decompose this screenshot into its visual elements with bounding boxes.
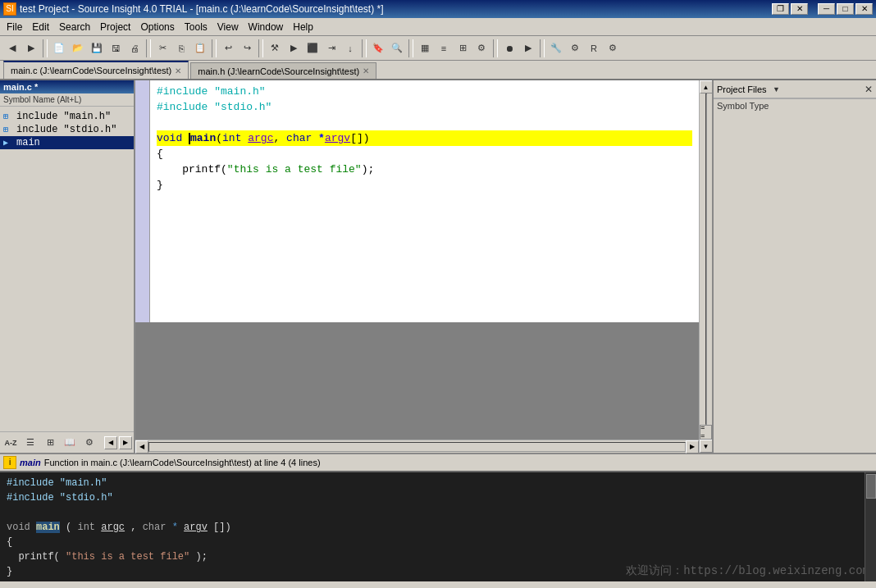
tb-build[interactable]: ⚒ [266, 39, 284, 57]
preview-line-3 [7, 505, 869, 520]
right-panel-dropdown[interactable]: ▼ [770, 83, 783, 96]
view-list-button[interactable]: ☰ [21, 434, 39, 452]
preview-line-4: void main ( int argc , char * argv []) [7, 520, 869, 535]
menu-project[interactable]: Project [95, 20, 135, 34]
tb-sep8 [540, 39, 545, 57]
tb-list[interactable]: ≡ [435, 39, 453, 57]
tb-new[interactable]: 📄 [50, 39, 68, 57]
vscroll-track[interactable] [705, 93, 707, 425]
tb-next[interactable]: ↓ [341, 39, 359, 57]
tb-save[interactable]: 💾 [88, 39, 106, 57]
menu-file[interactable]: File [2, 20, 27, 34]
tb-print[interactable]: 🖨 [125, 39, 144, 57]
vscroll-down-button[interactable]: ▼ [700, 440, 713, 453]
code-line-4: void main ( int argc , char * argv []) [157, 130, 692, 146]
preview-scroll-thumb[interactable] [866, 474, 876, 499]
tb-ref[interactable]: 🔍 [388, 39, 406, 57]
view-book-button[interactable]: 📖 [61, 434, 79, 452]
tree-scroll-right[interactable]: ▶ [119, 436, 132, 449]
code-content[interactable]: #include "main.h" #include "stdio.h" voi… [150, 80, 699, 322]
tb-undo[interactable]: ↩ [219, 39, 237, 57]
tree-icon-include-mainh: ⊞ [3, 112, 15, 121]
tb-copy[interactable]: ⎘ [172, 39, 190, 57]
tree-icon-include-stdioh: ⊞ [3, 125, 15, 134]
tb-grid[interactable]: ▦ [416, 39, 434, 57]
tb-r1[interactable]: R [585, 39, 603, 57]
tree-scroll-left[interactable]: ◀ [104, 436, 117, 449]
menu-help[interactable]: Help [288, 20, 318, 34]
symbol-tree: ⊞ include "main.h" ⊞ include "stdio.h" ▶… [0, 107, 134, 431]
panel-settings-button[interactable]: ⚙ [80, 434, 98, 452]
tb-open[interactable]: 📂 [69, 39, 87, 57]
tb-sep2 [146, 39, 151, 57]
tb-forward[interactable]: ▶ [22, 39, 40, 57]
tb-sep6 [408, 39, 413, 57]
tb-settings[interactable]: ⚙ [604, 39, 622, 57]
title-buttons: ❐ ✕ ─ □ ✕ [772, 3, 873, 15]
tb-sym[interactable]: ⚙ [472, 39, 490, 57]
menu-options[interactable]: Options [135, 20, 179, 34]
tb-back[interactable]: ◀ [3, 39, 21, 57]
tab-mainc-close[interactable]: ✕ [175, 66, 181, 75]
tab-mainh[interactable]: main.h (J:\learnCode\SourceInsight\test)… [190, 62, 376, 79]
restore-button[interactable]: ❐ [772, 3, 789, 15]
app-title: test Project - Source Insight 4.0 TRIAL … [20, 3, 384, 15]
tabbar: main.c (J:\learnCode\SourceInsight\test)… [0, 61, 876, 80]
menu-window[interactable]: Window [244, 20, 289, 34]
tb-sep4 [258, 39, 263, 57]
symbol-type-label: Symbol Type [714, 99, 876, 112]
sort-az-button[interactable]: A-Z [2, 434, 20, 452]
tb-record[interactable]: ⏺ [500, 39, 518, 57]
tb-tree[interactable]: ⊞ [454, 39, 472, 57]
hscroll-right-button[interactable]: ▶ [686, 440, 699, 454]
menu-tools[interactable]: Tools [180, 20, 212, 34]
tb-config2[interactable]: ⚙ [566, 39, 584, 57]
menubar: File Edit Search Project Options Tools V… [0, 18, 876, 36]
tree-include-stdioh[interactable]: ⊞ include "stdio.h" [0, 123, 134, 136]
menu-search[interactable]: Search [54, 20, 95, 34]
code-line-7: } [157, 177, 692, 193]
tb-sep3 [212, 39, 217, 57]
left-panel-title: main.c * [0, 80, 134, 93]
tab-mainc[interactable]: main.c (J:\learnCode\SourceInsight\test)… [3, 61, 189, 79]
title-left: SI test Project - Source Insight 4.0 TRI… [3, 2, 384, 16]
symbol-name-hint: Symbol Name (Alt+L) [3, 95, 81, 104]
preview-vscrollbar[interactable] [865, 472, 876, 581]
menu-view[interactable]: View [212, 20, 244, 34]
hscroll-left-button[interactable]: ◀ [135, 440, 148, 454]
editor-vscrollbar: ▲ = = ▼ [699, 80, 712, 453]
tb-cut[interactable]: ✂ [153, 39, 171, 57]
tree-icon-main: ▶ [3, 138, 15, 148]
tb-save2[interactable]: 🖫 [107, 39, 125, 57]
vscroll-up-button[interactable]: ▲ [700, 80, 713, 93]
status-function-name: main [20, 458, 41, 467]
tb-stop[interactable]: ⬛ [303, 39, 322, 57]
tab-mainc-label: main.c (J:\learnCode\SourceInsight\test) [11, 66, 171, 75]
tb-redo[interactable]: ↪ [238, 39, 256, 57]
code-line-6: printf( "this is a test file" ); [157, 162, 692, 177]
tb-config[interactable]: 🔧 [547, 39, 565, 57]
code-line-1: #include "main.h" [157, 84, 692, 99]
minimize-button[interactable]: ─ [818, 3, 835, 15]
close2-button[interactable]: ✕ [791, 3, 808, 15]
maximize-button[interactable]: □ [837, 3, 854, 15]
hscroll-track[interactable] [148, 442, 686, 452]
tab-mainh-close[interactable]: ✕ [363, 66, 369, 75]
tb-play[interactable]: ▶ [519, 39, 537, 57]
tb-bookmark[interactable]: 🔖 [369, 39, 387, 57]
right-panel-close[interactable]: ✕ [865, 84, 873, 95]
gray-editor-area [135, 322, 699, 440]
tb-paste[interactable]: 📋 [191, 39, 209, 57]
right-panel-top: Project Files ▼ ✕ [714, 80, 876, 98]
status-icon: i [3, 456, 16, 469]
tree-main[interactable]: ▶ main [0, 136, 134, 149]
code-editor[interactable]: #include "main.h" #include "stdio.h" voi… [135, 80, 699, 322]
view-tree-button[interactable]: ⊞ [41, 434, 59, 452]
left-panel: main.c * Symbol Name (Alt+L) ⊞ include "… [0, 80, 135, 453]
tree-include-mainh[interactable]: ⊞ include "main.h" [0, 110, 134, 123]
menu-edit[interactable]: Edit [27, 20, 54, 34]
code-line-2: #include "stdio.h" [157, 99, 692, 115]
close-button[interactable]: ✕ [855, 3, 873, 15]
tb-step[interactable]: ⇥ [322, 39, 340, 57]
tb-run[interactable]: ▶ [285, 39, 303, 57]
